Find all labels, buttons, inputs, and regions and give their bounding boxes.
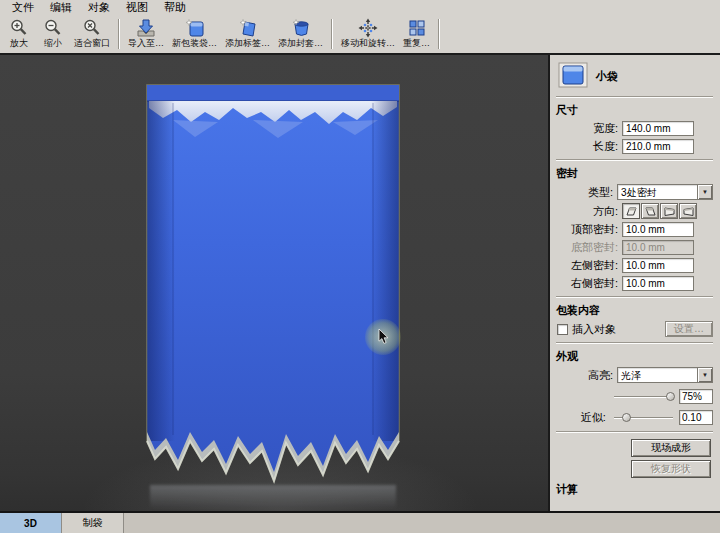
divider bbox=[556, 342, 713, 344]
toolbar-separator bbox=[118, 19, 120, 49]
new-bag-button[interactable]: 新包装袋… bbox=[168, 17, 221, 53]
import-button[interactable]: 导入至… bbox=[124, 17, 168, 53]
move-rotate-label: 移动和旋转… bbox=[341, 38, 395, 48]
approx-label: 近似: bbox=[556, 410, 606, 425]
menu-view[interactable]: 视图 bbox=[118, 0, 156, 17]
zoom-out-label: 缩小 bbox=[44, 38, 62, 48]
mouse-cursor-icon bbox=[378, 329, 392, 348]
left-seal-input[interactable] bbox=[622, 258, 694, 273]
approx-slider[interactable] bbox=[614, 413, 673, 422]
section-content-title: 包装内容 bbox=[556, 303, 713, 318]
highlight-percent-input[interactable] bbox=[679, 389, 713, 404]
add-label-button[interactable]: 添加标签… bbox=[221, 17, 274, 53]
import-icon bbox=[135, 18, 157, 38]
direction-option-1[interactable] bbox=[622, 203, 640, 219]
top-seal-label: 顶部密封: bbox=[556, 222, 618, 237]
repeat-icon bbox=[407, 18, 427, 38]
direction-label: 方向: bbox=[556, 204, 618, 219]
width-input[interactable] bbox=[622, 121, 694, 136]
menu-file[interactable]: 文件 bbox=[4, 0, 42, 17]
direction-option-3[interactable] bbox=[660, 203, 678, 219]
new-bag-icon bbox=[184, 18, 206, 38]
slider-thumb[interactable] bbox=[666, 392, 675, 401]
direction-option-4[interactable] bbox=[679, 203, 697, 219]
fit-window-button[interactable]: 适合窗口 bbox=[70, 17, 114, 53]
top-seal-input[interactable] bbox=[622, 222, 694, 237]
section-size-title: 尺寸 bbox=[556, 103, 713, 118]
highlight-value: 光泽 bbox=[618, 368, 697, 382]
zoom-out-icon bbox=[43, 18, 63, 38]
chevron-down-icon[interactable]: ▼ bbox=[697, 185, 712, 199]
fit-window-label: 适合窗口 bbox=[74, 38, 110, 48]
move-rotate-icon bbox=[357, 18, 379, 38]
menu-edit[interactable]: 编辑 bbox=[42, 0, 80, 17]
zoom-out-button[interactable]: 缩小 bbox=[36, 17, 70, 53]
toolbar: 放大 缩小 适合窗口 导入至… 新包装袋… bbox=[0, 16, 720, 55]
bag-thumbnail-icon bbox=[558, 62, 588, 90]
highlight-slider[interactable] bbox=[614, 392, 673, 401]
slider-thumb[interactable] bbox=[622, 413, 631, 422]
chevron-down-icon[interactable]: ▼ bbox=[697, 368, 712, 382]
section-seal-title: 密封 bbox=[556, 166, 713, 181]
3d-viewport[interactable] bbox=[0, 55, 548, 511]
bottom-seal-input bbox=[622, 240, 694, 255]
length-input[interactable] bbox=[622, 139, 694, 154]
left-seal-label: 左侧密封: bbox=[556, 258, 618, 273]
bag-reflection bbox=[150, 485, 396, 509]
compute-label: 计算 bbox=[556, 482, 713, 497]
toolbar-separator bbox=[331, 19, 333, 49]
add-sleeve-button[interactable]: 添加封套… bbox=[274, 17, 327, 53]
approx-input[interactable] bbox=[679, 410, 713, 425]
settings-button[interactable]: 设置… bbox=[665, 321, 713, 337]
zoom-in-button[interactable]: 放大 bbox=[2, 17, 36, 53]
import-label: 导入至… bbox=[128, 38, 164, 48]
seal-type-value: 3处密封 bbox=[618, 185, 697, 199]
zoom-in-icon bbox=[9, 18, 29, 38]
highlight-dropdown[interactable]: 光泽 ▼ bbox=[617, 367, 713, 383]
bottom-seal-label: 底部密封: bbox=[556, 240, 618, 255]
right-seal-label: 右侧密封: bbox=[556, 276, 618, 291]
length-label: 长度: bbox=[556, 139, 618, 154]
highlight-label: 高亮: bbox=[556, 368, 613, 383]
add-label-icon bbox=[237, 18, 259, 38]
divider bbox=[556, 96, 713, 98]
tab-bar-filler bbox=[124, 513, 720, 533]
menu-bar: 文件 编辑 对象 视图 帮助 bbox=[0, 0, 720, 16]
new-bag-label: 新包装袋… bbox=[172, 38, 217, 48]
application-window: 文件 编辑 对象 视图 帮助 放大 缩小 适合窗口 bbox=[0, 0, 720, 533]
width-label: 宽度: bbox=[556, 121, 618, 136]
bag-3d-render bbox=[143, 83, 403, 487]
insert-object-checkbox[interactable] bbox=[557, 324, 568, 335]
move-rotate-button[interactable]: 移动和旋转… bbox=[337, 17, 399, 53]
restore-shape-button[interactable]: 恢复形状 bbox=[631, 460, 711, 478]
object-title: 小袋 bbox=[596, 69, 618, 84]
menu-help[interactable]: 帮助 bbox=[156, 0, 194, 17]
add-label-label: 添加标签… bbox=[225, 38, 270, 48]
seal-type-label: 类型: bbox=[556, 185, 613, 200]
zoom-in-label: 放大 bbox=[10, 38, 28, 48]
direction-option-2[interactable] bbox=[641, 203, 659, 219]
repeat-button[interactable]: 重复… bbox=[399, 17, 434, 53]
insert-object-label: 插入对象 bbox=[572, 322, 665, 337]
toolbar-separator bbox=[438, 19, 440, 49]
tab-3d[interactable]: 3D bbox=[0, 513, 62, 533]
divider bbox=[556, 296, 713, 298]
add-sleeve-icon bbox=[290, 18, 312, 38]
menu-object[interactable]: 对象 bbox=[80, 0, 118, 17]
divider bbox=[556, 159, 713, 161]
tab-bag-making[interactable]: 制袋 bbox=[62, 513, 124, 533]
properties-panel: 小袋 尺寸 宽度: 长度: 密封 类型: 3处密封 ▼ bbox=[548, 55, 720, 511]
section-appearance-title: 外观 bbox=[556, 349, 713, 364]
slider-track bbox=[614, 396, 673, 398]
repeat-label: 重复… bbox=[403, 38, 430, 48]
live-shape-button[interactable]: 现场成形 bbox=[631, 439, 711, 457]
add-sleeve-label: 添加封套… bbox=[278, 38, 323, 48]
divider bbox=[556, 431, 713, 433]
right-seal-input[interactable] bbox=[622, 276, 694, 291]
seal-type-dropdown[interactable]: 3处密封 ▼ bbox=[617, 184, 713, 200]
view-tab-bar: 3D 制袋 bbox=[0, 511, 720, 533]
fit-window-icon bbox=[82, 18, 102, 38]
